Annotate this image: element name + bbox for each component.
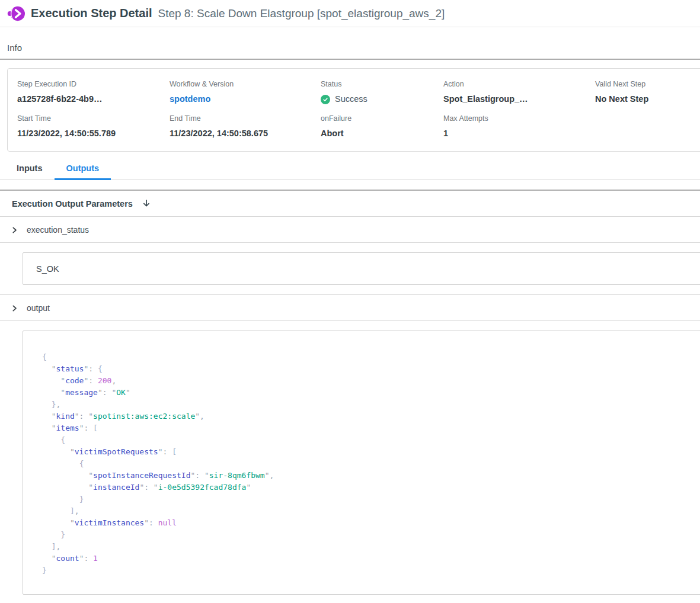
- field-onfailure: onFailure Abort: [321, 114, 443, 139]
- field-status: Status Success: [321, 79, 443, 105]
- page-subtitle: Step 8: Scale Down Elastgroup [spot_elas…: [158, 7, 445, 20]
- page-title: Execution Step Detail: [31, 7, 152, 20]
- success-check-icon: [321, 95, 330, 104]
- execution-status-value-box: S_OK: [23, 252, 700, 285]
- execution-output-parameters-header: Execution Output Parameters: [0, 191, 700, 216]
- row-divider: [0, 320, 700, 321]
- tab-outputs[interactable]: Outputs: [55, 160, 111, 179]
- info-card: Step Execution ID a125728f-6b22-4b9… Wor…: [7, 68, 700, 152]
- row-divider: [0, 242, 700, 243]
- info-divider: [0, 59, 700, 60]
- chevron-right-icon: [11, 304, 18, 312]
- field-valid-next-step: Valid Next Step No Next Step: [595, 79, 700, 105]
- field-max-attempts: Max Attempts 1: [443, 114, 595, 139]
- download-icon[interactable]: [141, 198, 152, 209]
- tab-bar: Inputs Outputs: [0, 160, 700, 180]
- chevron-right-icon: [11, 226, 18, 234]
- param-row-output[interactable]: output: [0, 295, 700, 320]
- workflow-link[interactable]: spotdemo: [170, 94, 321, 105]
- execution-status-value: S_OK: [36, 264, 59, 274]
- json-code: { "status": { "code": 200, "message": "O…: [42, 351, 700, 576]
- status-badge: Success: [321, 94, 443, 105]
- field-end-time: End Time 11/23/2022, 14:50:58.675: [170, 114, 321, 139]
- field-step-execution-id: Step Execution ID a125728f-6b22-4b9…: [17, 79, 170, 105]
- output-value-box: { "status": { "code": 200, "message": "O…: [23, 331, 700, 595]
- info-section-title: Info: [7, 43, 700, 53]
- field-action: Action Spot_Elastigroup_…: [443, 79, 595, 105]
- page-header: Execution Step Detail Step 8: Scale Down…: [0, 0, 700, 27]
- resolve-logo-icon: [7, 5, 25, 23]
- param-row-execution-status[interactable]: execution_status: [0, 217, 700, 242]
- field-start-time: Start Time 11/23/2022, 14:50:55.789: [17, 114, 170, 139]
- tab-inputs[interactable]: Inputs: [5, 160, 55, 179]
- field-workflow-version: Workflow & Version spotdemo: [170, 79, 321, 105]
